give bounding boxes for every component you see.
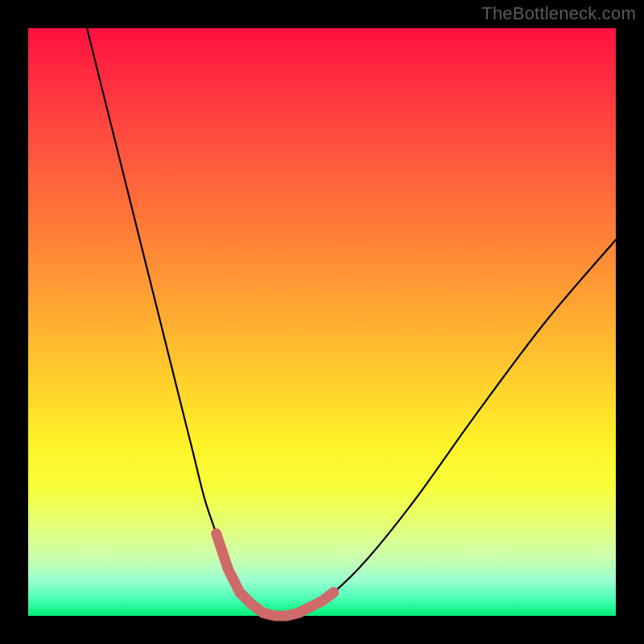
marker-floor [251,604,310,616]
marker-left [217,534,252,605]
curve-layer [28,28,616,616]
chart-frame: TheBottleneck.com [0,0,644,644]
marker-right [310,592,333,607]
plot-area [28,28,616,616]
bottleneck-curve [87,28,616,616]
watermark-text: TheBottleneck.com [481,3,636,24]
